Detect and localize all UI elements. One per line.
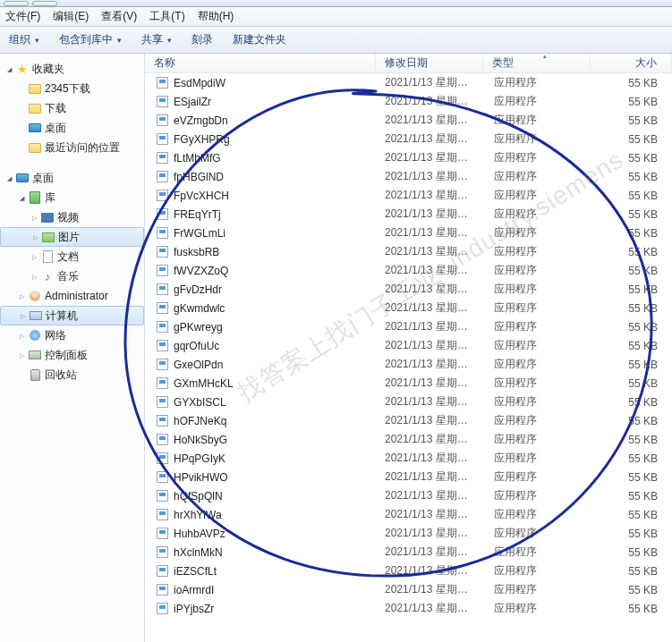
expand-icon[interactable]: [4, 173, 14, 182]
organize-button[interactable]: 组织: [9, 32, 39, 47]
desktop-icon: [16, 173, 29, 182]
expand-icon[interactable]: [16, 351, 27, 359]
exe-icon: [154, 470, 170, 485]
file-type: 应用程序: [492, 169, 600, 184]
exe-icon: [154, 414, 170, 428]
expand-icon[interactable]: [4, 64, 14, 73]
file-size: 55 KB: [600, 265, 672, 277]
file-row[interactable]: eVZmgbDn2021/1/13 星期…应用程序55 KB: [145, 111, 672, 130]
file-row[interactable]: hXclnMkN2021/1/13 星期…应用程序55 KB: [145, 543, 672, 562]
file-row[interactable]: hrXhYlWa2021/1/13 星期…应用程序55 KB: [145, 505, 672, 524]
file-size: 55 KB: [600, 603, 672, 615]
share-button[interactable]: 共享: [141, 32, 172, 47]
nav-back-button[interactable]: [4, 1, 29, 6]
nav-fwd-button[interactable]: [32, 1, 57, 6]
file-row[interactable]: FREqYrTj2021/1/13 星期…应用程序55 KB: [145, 205, 672, 224]
file-type: 应用程序: [492, 432, 600, 447]
favorites-label: 收藏夹: [32, 62, 64, 77]
exe-icon: [154, 358, 170, 372]
tree-lib-item[interactable]: ♪音乐: [0, 266, 144, 286]
file-size: 55 KB: [600, 302, 672, 315]
file-name: HPvikHWO: [170, 471, 385, 484]
file-row[interactable]: ioArmrdI2021/1/13 星期…应用程序55 KB: [145, 580, 672, 599]
tree-cpanel[interactable]: 控制面板: [0, 345, 144, 365]
tree-fav-item[interactable]: 下载: [0, 98, 144, 118]
expand-icon[interactable]: [29, 213, 39, 222]
file-row[interactable]: hQfSpQlN2021/1/13 星期…应用程序55 KB: [145, 486, 672, 505]
tree-recycle[interactable]: 回收站: [0, 365, 144, 384]
file-row[interactable]: gPKwreyg2021/1/13 星期…应用程序55 KB: [145, 317, 672, 336]
file-row[interactable]: HPvikHWO2021/1/13 星期…应用程序55 KB: [145, 468, 672, 486]
file-row[interactable]: gKwmdwlc2021/1/13 星期…应用程序55 KB: [145, 299, 672, 317]
burn-button[interactable]: 刻录: [191, 32, 213, 47]
file-name: iEZSCfLt: [170, 565, 385, 578]
file-name: iPYjbsZr: [170, 603, 385, 615]
file-row[interactable]: FGyXHPRg2021/1/13 星期…应用程序55 KB: [145, 130, 672, 148]
tree-lib-item[interactable]: 图片: [0, 227, 144, 247]
tree-libraries[interactable]: 库: [0, 188, 144, 207]
expand-icon[interactable]: [16, 331, 27, 340]
file-row[interactable]: FrWGLmLi2021/1/13 星期…应用程序55 KB: [145, 224, 672, 242]
file-row[interactable]: GxeOlPdn2021/1/13 星期…应用程序55 KB: [145, 355, 672, 374]
file-row[interactable]: FpVcXHCH2021/1/13 星期…应用程序55 KB: [145, 186, 672, 205]
tree-fav-item[interactable]: 2345下载: [0, 79, 144, 98]
file-type: 应用程序: [492, 207, 600, 222]
exe-icon: [154, 76, 170, 90]
expand-icon[interactable]: [16, 291, 27, 300]
file-row[interactable]: HuhbAVPz2021/1/13 星期…应用程序55 KB: [145, 524, 672, 543]
tree-fav-item[interactable]: 桌面: [0, 118, 144, 138]
file-row[interactable]: hOFJNeKq2021/1/13 星期…应用程序55 KB: [145, 411, 672, 430]
tree-desktop[interactable]: 桌面: [0, 168, 144, 188]
expand-icon[interactable]: [29, 272, 39, 281]
menu-file[interactable]: 文件(F): [5, 9, 40, 24]
expand-icon[interactable]: [30, 232, 40, 241]
file-date: 2021/1/13 星期…: [385, 244, 492, 259]
file-row[interactable]: GXmMHcKL2021/1/13 星期…应用程序55 KB: [145, 374, 672, 393]
file-row[interactable]: HoNkSbyG2021/1/13 星期…应用程序55 KB: [145, 430, 672, 449]
file-row[interactable]: gFvDzHdr2021/1/13 星期…应用程序55 KB: [145, 280, 672, 299]
tree-lib-item[interactable]: 文档: [0, 247, 144, 266]
newfolder-button[interactable]: 新建文件夹: [233, 32, 286, 47]
file-date: 2021/1/13 星期…: [385, 394, 492, 410]
tree-fav-item[interactable]: 最近访问的位置: [0, 138, 144, 157]
tree-computer[interactable]: 计算机: [0, 306, 144, 325]
tree-network[interactable]: 网络: [0, 325, 144, 345]
file-row[interactable]: fLtMhMfG2021/1/13 星期…应用程序55 KB: [145, 148, 672, 167]
file-size: 55 KB: [600, 396, 672, 409]
expand-icon[interactable]: [29, 252, 39, 261]
file-row[interactable]: EsdMpdiW2021/1/13 星期…应用程序55 KB: [145, 73, 672, 92]
expand-icon[interactable]: [17, 311, 28, 320]
menu-edit[interactable]: 编辑(E): [53, 9, 89, 24]
file-type: 应用程序: [492, 601, 600, 616]
file-date: 2021/1/13 星期…: [385, 207, 492, 222]
tree-lib-item[interactable]: 视频: [0, 207, 144, 227]
file-row[interactable]: fWVZXZoQ2021/1/13 星期…应用程序55 KB: [145, 261, 672, 280]
file-name: eVZmgbDn: [170, 114, 385, 127]
video-icon: [41, 213, 54, 223]
file-date: 2021/1/13 星期…: [385, 225, 492, 241]
expand-icon[interactable]: [16, 193, 27, 202]
file-row[interactable]: iEZSCfLt2021/1/13 星期…应用程序55 KB: [145, 562, 672, 580]
menu-help[interactable]: 帮助(H): [198, 9, 234, 24]
col-type[interactable]: 类型: [483, 54, 591, 72]
file-row[interactable]: ESjailZr2021/1/13 星期…应用程序55 KB: [145, 92, 672, 111]
tree-user[interactable]: Administrator: [0, 286, 144, 306]
col-name[interactable]: 名称: [145, 54, 376, 72]
file-row[interactable]: GYXbISCL2021/1/13 星期…应用程序55 KB: [145, 393, 672, 411]
menu-view[interactable]: 查看(V): [101, 9, 137, 24]
col-size[interactable]: 大小: [591, 54, 672, 72]
file-row[interactable]: fusksbRB2021/1/13 星期…应用程序55 KB: [145, 242, 672, 261]
col-date[interactable]: 修改日期: [376, 54, 483, 72]
include-button[interactable]: 包含到库中: [59, 32, 122, 47]
file-row[interactable]: gqrOfuUc2021/1/13 星期…应用程序55 KB: [145, 336, 672, 355]
file-row[interactable]: HPqPGIyK2021/1/13 星期…应用程序55 KB: [145, 449, 672, 468]
file-date: 2021/1/13 星期…: [385, 75, 492, 90]
file-row[interactable]: fpHBGlND2021/1/13 星期…应用程序55 KB: [145, 167, 672, 186]
file-name: GxeOlPdn: [170, 359, 385, 371]
tree-favorites[interactable]: ★ 收藏夹: [0, 59, 144, 79]
file-date: 2021/1/13 星期…: [385, 338, 492, 353]
file-name: ESjailZr: [170, 96, 385, 108]
file-row[interactable]: iPYjbsZr2021/1/13 星期…应用程序55 KB: [145, 599, 672, 618]
menu-tools[interactable]: 工具(T): [149, 9, 184, 24]
address-bar[interactable]: [0, 0, 672, 7]
